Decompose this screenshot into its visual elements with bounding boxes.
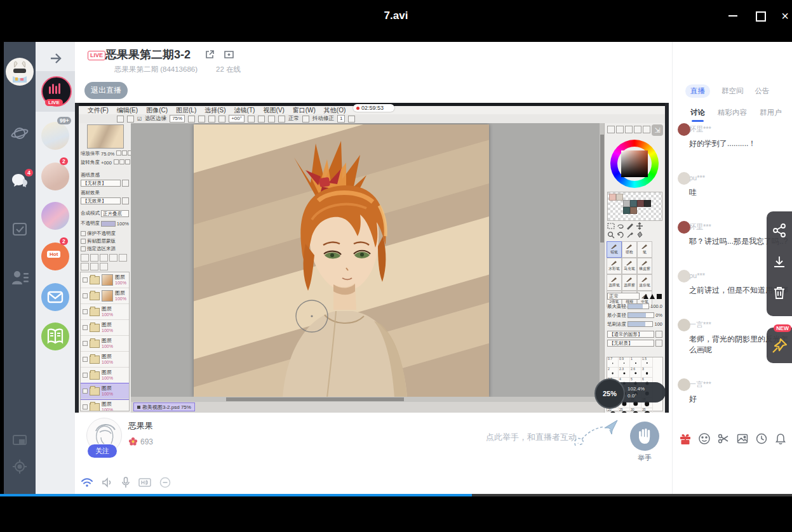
- layer-row[interactable]: 图层 100%: [81, 336, 129, 352]
- user-avatar[interactable]: [4, 57, 36, 86]
- brush-cell[interactable]: 笔: [637, 241, 652, 258]
- sai-mode-label[interactable]: 正常: [288, 115, 299, 123]
- brush-cell[interactable]: 选择擦: [622, 274, 637, 291]
- brush-slider-row[interactable]: 最小直径 0%: [607, 311, 662, 319]
- image-icon[interactable]: [736, 432, 749, 445]
- sai-stabilizer-value[interactable]: 1: [337, 115, 345, 123]
- chat-message[interactable]: 一言*** 好: [673, 378, 792, 404]
- session-live-active[interactable]: LIVE: [36, 71, 75, 112]
- sai-menu-item[interactable]: 图像(C): [146, 106, 168, 115]
- explore-planet-icon[interactable]: [4, 124, 36, 142]
- navigator-rotation-buttons[interactable]: [113, 159, 130, 166]
- brush-size-cell[interactable]: 30: [630, 408, 641, 413]
- sai-zoom-field[interactable]: 75%: [170, 115, 185, 123]
- contacts-icon[interactable]: [4, 269, 36, 286]
- brush-shape-select[interactable]: 【通常的圆形】: [607, 331, 654, 338]
- record-setting-icon[interactable]: [224, 50, 234, 60]
- session-avatar-3[interactable]: [41, 163, 69, 190]
- document-tab[interactable]: 教美视图3-2.psd 75%: [133, 402, 195, 411]
- clock-icon[interactable]: [755, 432, 768, 445]
- layer-toolbar[interactable]: [81, 254, 129, 270]
- brush-cell[interactable]: 喷枪: [622, 241, 637, 258]
- brush-size-cell[interactable]: 2.6: [630, 368, 641, 378]
- sai-tool-button[interactable]: [218, 116, 225, 123]
- swatch-palette[interactable]: [607, 192, 662, 221]
- sai-menu-item[interactable]: 编辑(E): [117, 106, 138, 115]
- bell-icon[interactable]: [774, 432, 787, 445]
- share-icon[interactable]: [772, 223, 787, 238]
- chat-message[interactable]: 怀里*** 好的学到了..........！: [673, 123, 792, 149]
- sai-tool-button[interactable]: [348, 116, 355, 123]
- brush-size-cell[interactable]: 20: [607, 408, 619, 413]
- brush-size-cell[interactable]: 1: [630, 357, 641, 368]
- chat-message[interactable]: pu*** 哇: [673, 172, 792, 198]
- blend-mode-select[interactable]: 正片叠底: [101, 210, 129, 217]
- brush-size-cell[interactable]: 25: [619, 408, 630, 413]
- pin-tile[interactable]: NEW: [767, 328, 792, 363]
- brush-texture-select[interactable]: 【无材质】: [607, 340, 654, 347]
- exit-live-button[interactable]: 退出直播: [84, 82, 128, 99]
- brush-size-cell[interactable]: 2.3: [619, 368, 630, 378]
- messages-icon[interactable]: 4: [4, 171, 36, 190]
- chat-subtab[interactable]: 讨论: [690, 108, 705, 117]
- layer-row[interactable]: 图层 100%: [81, 304, 129, 320]
- emoji-icon[interactable]: [698, 432, 711, 445]
- sai-tool-button[interactable]: [188, 116, 195, 123]
- sai-angle-field[interactable]: +00°: [229, 115, 245, 123]
- session-avatar-4[interactable]: [41, 202, 69, 230]
- chat-subtab[interactable]: 精彩内容: [718, 108, 747, 117]
- close-button[interactable]: ×: [776, 9, 792, 24]
- settings-gear-icon[interactable]: [4, 458, 36, 475]
- sai-tool-button[interactable]: [117, 116, 124, 123]
- opacity-slider[interactable]: [101, 221, 116, 227]
- brush-cell[interactable]: 铅笔: [607, 241, 622, 258]
- brush-cell[interactable]: 马克笔: [622, 258, 637, 274]
- chat-tab[interactable]: 直播: [685, 84, 710, 98]
- mic-icon[interactable]: [121, 477, 130, 488]
- sai-menu-item[interactable]: 滤镜(T): [234, 106, 255, 115]
- layer-row[interactable]: 图层 100%: [81, 383, 129, 399]
- brush-cell[interactable]: 水彩笔: [607, 258, 622, 274]
- sai-tool-button[interactable]: [268, 116, 275, 123]
- layer-row[interactable]: 图层 100%: [81, 352, 129, 368]
- sai-tool-button[interactable]: [258, 116, 265, 123]
- brush-cell[interactable]: 橡皮擦: [637, 258, 652, 274]
- sai-selection-option[interactable]: 选区边缘: [145, 115, 166, 123]
- sai-tool-button[interactable]: [208, 116, 215, 123]
- sai-menu-item[interactable]: 窗口(W): [293, 106, 316, 115]
- chat-tab[interactable]: 群空间: [722, 86, 744, 96]
- sai-menu-item[interactable]: 视图(V): [263, 106, 284, 115]
- brush-size-cell[interactable]: 0.9: [619, 357, 630, 368]
- session-avatar-notes[interactable]: [41, 323, 69, 350]
- sai-menu-item[interactable]: 其他(O): [324, 106, 346, 115]
- layer-row[interactable]: 图层 100%: [81, 320, 129, 336]
- layer-row[interactable]: 图层 100%: [81, 399, 129, 411]
- sai-canvas[interactable]: 教美视图3-2.psd 75%: [131, 123, 605, 413]
- brush-size-cell[interactable]: 3: [641, 368, 653, 378]
- sai-menu-item[interactable]: 选择(S): [205, 106, 225, 115]
- brush-size-cell[interactable]: 35: [641, 408, 653, 413]
- sai-menu-item[interactable]: 文件(F): [88, 106, 109, 115]
- expand-arrow-icon[interactable]: ⇲: [652, 124, 663, 136]
- wifi-icon[interactable]: [81, 477, 93, 488]
- layer-option-2[interactable]: 剪贴图层蒙版: [87, 238, 116, 244]
- layer-row[interactable]: 图层 100%: [81, 368, 129, 383]
- sai-tool-button[interactable]: [127, 116, 134, 123]
- layer-row[interactable]: 图层 100%: [81, 288, 129, 304]
- brush-tip-shapes[interactable]: [641, 293, 662, 299]
- hd-icon[interactable]: [138, 477, 151, 488]
- brush-size-cell[interactable]: 2: [607, 368, 619, 378]
- sai-tool-button[interactable]: [278, 116, 285, 123]
- layer-option-3[interactable]: 指定选区来源: [87, 246, 116, 252]
- color-sv-square[interactable]: [621, 150, 648, 177]
- brush-size-cell[interactable]: 1.5: [641, 357, 653, 368]
- sai-menu-item[interactable]: 图层(L): [176, 106, 196, 115]
- minimize-button[interactable]: [724, 9, 742, 24]
- chat-tab[interactable]: 公告: [755, 86, 770, 96]
- speaker-icon[interactable]: [102, 477, 113, 488]
- collapse-arrow-icon[interactable]: [44, 51, 66, 66]
- layer-option-1[interactable]: 保护不透明度: [87, 230, 116, 237]
- brush-cell[interactable]: 选择笔: [607, 274, 622, 291]
- session-avatar-2[interactable]: [41, 122, 69, 150]
- brush-slider-row[interactable]: 笔刷浓度 100: [607, 320, 662, 328]
